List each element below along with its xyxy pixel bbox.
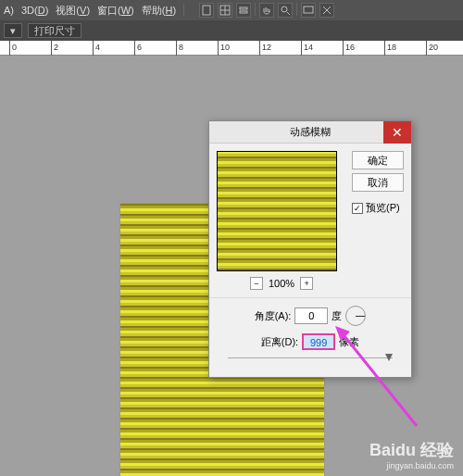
separator <box>255 3 256 16</box>
options-bar: ▾ 打印尺寸 <box>0 20 463 41</box>
menu-window[interactable]: 窗口(W) <box>97 4 134 18</box>
canvas-area: 动感模糊 ✕ − 100% + 确定 取消 ✓ 预览(P) <box>0 56 463 476</box>
preview-thumbnail[interactable] <box>217 151 337 271</box>
zoom-out-button[interactable]: − <box>250 277 263 290</box>
print-size-button[interactable]: 打印尺寸 <box>28 23 81 38</box>
ruler-mark: 8 <box>176 41 183 56</box>
ruler-mark: 14 <box>301 41 313 56</box>
angle-unit: 度 <box>332 309 342 323</box>
crop-icon[interactable] <box>319 3 334 18</box>
menu-3d[interactable]: 3D(D) <box>21 5 48 16</box>
svg-rect-0 <box>203 6 210 15</box>
distance-label: 距离(D): <box>261 335 298 349</box>
svg-rect-5 <box>240 11 247 13</box>
menubar-icons <box>199 3 334 18</box>
stack-icon[interactable] <box>236 3 251 18</box>
separator <box>183 4 184 17</box>
zoom-in-button[interactable]: + <box>300 277 313 290</box>
angle-label: 角度(A): <box>255 309 292 323</box>
svg-line-7 <box>287 12 290 15</box>
doc-icon[interactable] <box>199 3 214 18</box>
separator <box>296 3 297 16</box>
ruler-mark: 16 <box>343 41 355 56</box>
close-icon[interactable]: ✕ <box>383 121 411 144</box>
motion-blur-dialog: 动感模糊 ✕ − 100% + 确定 取消 ✓ 预览(P) <box>208 120 412 378</box>
svg-point-6 <box>282 6 287 12</box>
option-dropdown[interactable]: ▾ <box>4 23 22 38</box>
watermark-brand: Baidu 经验 <box>369 441 454 459</box>
menu-a[interactable]: A) <box>4 5 14 16</box>
ruler-mark: 10 <box>218 41 230 56</box>
preview-checkbox[interactable]: ✓ <box>352 203 363 214</box>
angle-dial-icon[interactable] <box>345 306 366 326</box>
distance-unit: 像素 <box>339 335 359 349</box>
svg-rect-4 <box>240 7 247 9</box>
preview-label: 预览(P) <box>366 201 400 215</box>
hand-icon[interactable] <box>259 3 274 18</box>
distance-input[interactable]: 999 <box>302 333 335 350</box>
dialog-title-text: 动感模糊 <box>290 125 331 139</box>
zoom-controls: − 100% + <box>217 277 346 290</box>
ruler-mark: 0 <box>9 41 17 56</box>
screen-icon[interactable] <box>301 3 316 18</box>
horizontal-ruler: 0 2 4 6 8 10 12 14 16 18 20 <box>0 41 463 56</box>
cancel-button[interactable]: 取消 <box>352 173 404 192</box>
menu-help[interactable]: 帮助(H) <box>142 4 176 18</box>
ok-button[interactable]: 确定 <box>352 151 404 169</box>
menu-bar: A) 3D(D) 视图(V) 窗口(W) 帮助(H) <box>0 0 463 20</box>
slider-thumb-icon[interactable] <box>385 354 393 361</box>
menu-view[interactable]: 视图(V) <box>56 4 90 18</box>
watermark: Baidu 经验 jingyan.baidu.com <box>369 439 454 470</box>
ruler-mark: 6 <box>134 41 142 56</box>
ruler-mark: 4 <box>93 41 100 56</box>
zoom-icon[interactable] <box>278 3 293 18</box>
watermark-url: jingyan.baidu.com <box>369 461 454 470</box>
ruler-mark: 2 <box>51 41 58 56</box>
grid-icon[interactable] <box>218 3 232 18</box>
distance-slider[interactable] <box>228 357 393 358</box>
angle-input[interactable]: 0 <box>294 307 328 324</box>
ruler-mark: 12 <box>259 41 271 56</box>
zoom-percent: 100% <box>269 278 294 289</box>
dialog-titlebar[interactable]: 动感模糊 ✕ <box>209 121 411 144</box>
ruler-mark: 20 <box>426 41 438 56</box>
ruler-mark: 18 <box>384 41 396 56</box>
svg-rect-8 <box>304 6 313 13</box>
